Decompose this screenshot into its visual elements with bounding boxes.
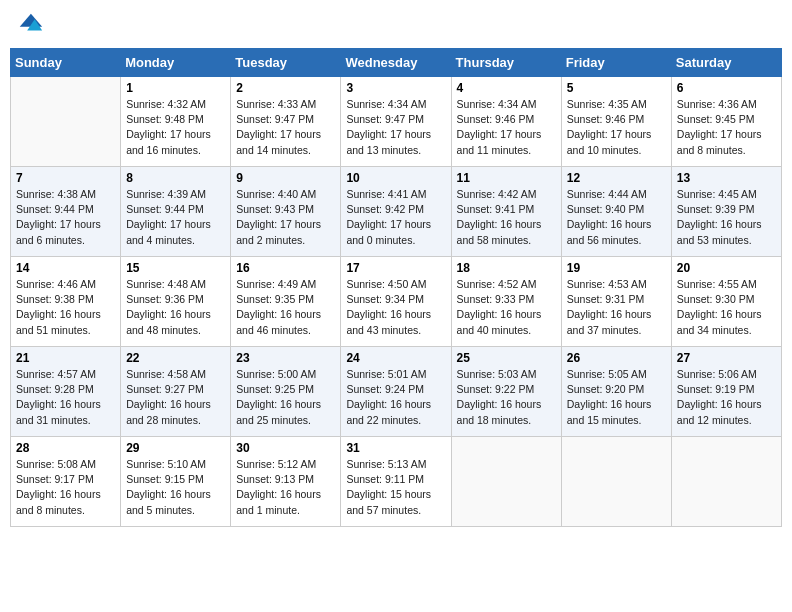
calendar-cell: 24Sunrise: 5:01 AMSunset: 9:24 PMDayligh… — [341, 347, 451, 437]
day-number: 3 — [346, 81, 445, 95]
calendar-cell: 16Sunrise: 4:49 AMSunset: 9:35 PMDayligh… — [231, 257, 341, 347]
day-info: Sunrise: 4:45 AMSunset: 9:39 PMDaylight:… — [677, 187, 776, 248]
calendar-cell — [561, 437, 671, 527]
day-number: 17 — [346, 261, 445, 275]
weekday-header: Friday — [561, 49, 671, 77]
day-number: 30 — [236, 441, 335, 455]
calendar-cell: 15Sunrise: 4:48 AMSunset: 9:36 PMDayligh… — [121, 257, 231, 347]
day-number: 15 — [126, 261, 225, 275]
day-number: 21 — [16, 351, 115, 365]
day-info: Sunrise: 4:50 AMSunset: 9:34 PMDaylight:… — [346, 277, 445, 338]
day-info: Sunrise: 4:39 AMSunset: 9:44 PMDaylight:… — [126, 187, 225, 248]
day-info: Sunrise: 5:01 AMSunset: 9:24 PMDaylight:… — [346, 367, 445, 428]
day-number: 16 — [236, 261, 335, 275]
day-info: Sunrise: 4:57 AMSunset: 9:28 PMDaylight:… — [16, 367, 115, 428]
day-number: 26 — [567, 351, 666, 365]
calendar-cell: 12Sunrise: 4:44 AMSunset: 9:40 PMDayligh… — [561, 167, 671, 257]
day-info: Sunrise: 5:12 AMSunset: 9:13 PMDaylight:… — [236, 457, 335, 518]
day-number: 23 — [236, 351, 335, 365]
page-header — [10, 10, 782, 42]
day-info: Sunrise: 4:35 AMSunset: 9:46 PMDaylight:… — [567, 97, 666, 158]
day-number: 25 — [457, 351, 556, 365]
calendar-cell — [671, 437, 781, 527]
calendar-cell: 8Sunrise: 4:39 AMSunset: 9:44 PMDaylight… — [121, 167, 231, 257]
calendar-cell: 4Sunrise: 4:34 AMSunset: 9:46 PMDaylight… — [451, 77, 561, 167]
calendar-cell: 23Sunrise: 5:00 AMSunset: 9:25 PMDayligh… — [231, 347, 341, 437]
calendar-cell: 6Sunrise: 4:36 AMSunset: 9:45 PMDaylight… — [671, 77, 781, 167]
logo-icon — [16, 10, 44, 38]
calendar-cell: 13Sunrise: 4:45 AMSunset: 9:39 PMDayligh… — [671, 167, 781, 257]
day-number: 4 — [457, 81, 556, 95]
day-number: 18 — [457, 261, 556, 275]
calendar-cell: 17Sunrise: 4:50 AMSunset: 9:34 PMDayligh… — [341, 257, 451, 347]
day-info: Sunrise: 4:48 AMSunset: 9:36 PMDaylight:… — [126, 277, 225, 338]
day-info: Sunrise: 4:34 AMSunset: 9:47 PMDaylight:… — [346, 97, 445, 158]
day-number: 7 — [16, 171, 115, 185]
calendar-header-row: SundayMondayTuesdayWednesdayThursdayFrid… — [11, 49, 782, 77]
day-number: 5 — [567, 81, 666, 95]
day-info: Sunrise: 4:55 AMSunset: 9:30 PMDaylight:… — [677, 277, 776, 338]
day-number: 27 — [677, 351, 776, 365]
day-info: Sunrise: 5:10 AMSunset: 9:15 PMDaylight:… — [126, 457, 225, 518]
calendar-cell: 5Sunrise: 4:35 AMSunset: 9:46 PMDaylight… — [561, 77, 671, 167]
day-number: 6 — [677, 81, 776, 95]
day-info: Sunrise: 5:03 AMSunset: 9:22 PMDaylight:… — [457, 367, 556, 428]
day-info: Sunrise: 4:34 AMSunset: 9:46 PMDaylight:… — [457, 97, 556, 158]
calendar-cell: 3Sunrise: 4:34 AMSunset: 9:47 PMDaylight… — [341, 77, 451, 167]
day-number: 19 — [567, 261, 666, 275]
calendar-cell: 19Sunrise: 4:53 AMSunset: 9:31 PMDayligh… — [561, 257, 671, 347]
weekday-header: Sunday — [11, 49, 121, 77]
day-info: Sunrise: 5:08 AMSunset: 9:17 PMDaylight:… — [16, 457, 115, 518]
day-info: Sunrise: 4:58 AMSunset: 9:27 PMDaylight:… — [126, 367, 225, 428]
day-info: Sunrise: 5:00 AMSunset: 9:25 PMDaylight:… — [236, 367, 335, 428]
day-number: 10 — [346, 171, 445, 185]
calendar-cell: 7Sunrise: 4:38 AMSunset: 9:44 PMDaylight… — [11, 167, 121, 257]
calendar-cell — [451, 437, 561, 527]
day-number: 14 — [16, 261, 115, 275]
calendar-cell: 18Sunrise: 4:52 AMSunset: 9:33 PMDayligh… — [451, 257, 561, 347]
calendar-cell: 25Sunrise: 5:03 AMSunset: 9:22 PMDayligh… — [451, 347, 561, 437]
weekday-header: Thursday — [451, 49, 561, 77]
day-number: 28 — [16, 441, 115, 455]
calendar-cell: 10Sunrise: 4:41 AMSunset: 9:42 PMDayligh… — [341, 167, 451, 257]
calendar-cell: 1Sunrise: 4:32 AMSunset: 9:48 PMDaylight… — [121, 77, 231, 167]
day-number: 31 — [346, 441, 445, 455]
day-number: 20 — [677, 261, 776, 275]
day-number: 12 — [567, 171, 666, 185]
calendar-cell: 20Sunrise: 4:55 AMSunset: 9:30 PMDayligh… — [671, 257, 781, 347]
day-info: Sunrise: 5:06 AMSunset: 9:19 PMDaylight:… — [677, 367, 776, 428]
calendar-cell: 28Sunrise: 5:08 AMSunset: 9:17 PMDayligh… — [11, 437, 121, 527]
calendar-cell: 2Sunrise: 4:33 AMSunset: 9:47 PMDaylight… — [231, 77, 341, 167]
calendar-cell — [11, 77, 121, 167]
weekday-header: Saturday — [671, 49, 781, 77]
calendar-cell: 22Sunrise: 4:58 AMSunset: 9:27 PMDayligh… — [121, 347, 231, 437]
calendar-cell: 26Sunrise: 5:05 AMSunset: 9:20 PMDayligh… — [561, 347, 671, 437]
svg-marker-0 — [20, 14, 42, 27]
calendar-cell: 11Sunrise: 4:42 AMSunset: 9:41 PMDayligh… — [451, 167, 561, 257]
day-info: Sunrise: 4:52 AMSunset: 9:33 PMDaylight:… — [457, 277, 556, 338]
day-info: Sunrise: 4:46 AMSunset: 9:38 PMDaylight:… — [16, 277, 115, 338]
day-number: 9 — [236, 171, 335, 185]
day-info: Sunrise: 5:05 AMSunset: 9:20 PMDaylight:… — [567, 367, 666, 428]
calendar-cell: 14Sunrise: 4:46 AMSunset: 9:38 PMDayligh… — [11, 257, 121, 347]
day-info: Sunrise: 4:42 AMSunset: 9:41 PMDaylight:… — [457, 187, 556, 248]
day-number: 13 — [677, 171, 776, 185]
day-info: Sunrise: 4:49 AMSunset: 9:35 PMDaylight:… — [236, 277, 335, 338]
day-number: 11 — [457, 171, 556, 185]
day-info: Sunrise: 4:40 AMSunset: 9:43 PMDaylight:… — [236, 187, 335, 248]
calendar-table: SundayMondayTuesdayWednesdayThursdayFrid… — [10, 48, 782, 527]
day-info: Sunrise: 4:41 AMSunset: 9:42 PMDaylight:… — [346, 187, 445, 248]
day-number: 8 — [126, 171, 225, 185]
weekday-header: Wednesday — [341, 49, 451, 77]
day-number: 2 — [236, 81, 335, 95]
day-number: 22 — [126, 351, 225, 365]
weekday-header: Tuesday — [231, 49, 341, 77]
day-info: Sunrise: 4:32 AMSunset: 9:48 PMDaylight:… — [126, 97, 225, 158]
day-number: 24 — [346, 351, 445, 365]
calendar-cell: 29Sunrise: 5:10 AMSunset: 9:15 PMDayligh… — [121, 437, 231, 527]
day-info: Sunrise: 4:33 AMSunset: 9:47 PMDaylight:… — [236, 97, 335, 158]
day-info: Sunrise: 4:36 AMSunset: 9:45 PMDaylight:… — [677, 97, 776, 158]
calendar-cell: 21Sunrise: 4:57 AMSunset: 9:28 PMDayligh… — [11, 347, 121, 437]
day-number: 29 — [126, 441, 225, 455]
calendar-cell: 31Sunrise: 5:13 AMSunset: 9:11 PMDayligh… — [341, 437, 451, 527]
